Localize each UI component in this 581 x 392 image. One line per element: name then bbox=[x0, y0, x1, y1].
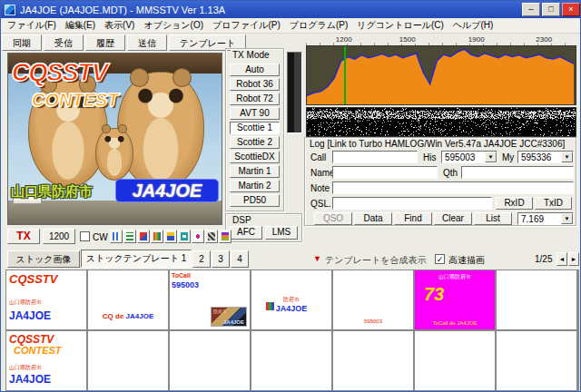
menu-rig-control[interactable]: リグコントロール(C) bbox=[352, 18, 448, 33]
mode-avt90-button[interactable]: AVT 90 bbox=[230, 107, 280, 120]
thumb6-73: 73 bbox=[424, 284, 444, 305]
tx-tool-1-icon[interactable] bbox=[110, 230, 123, 243]
thumb-cell-4[interactable]: 防府市 JA4JOE bbox=[251, 270, 332, 330]
thumb3-tocall: ToCall bbox=[172, 272, 191, 279]
close-button[interactable]: × bbox=[562, 3, 580, 16]
menu-program[interactable]: プログラム(P) bbox=[285, 18, 353, 33]
mode-scottie1-button[interactable]: Scottie 1 bbox=[230, 122, 280, 134]
thumb4-city: 防府市 bbox=[251, 296, 331, 304]
thumb-cell-7[interactable] bbox=[496, 270, 577, 330]
maximize-button[interactable]: □ bbox=[542, 3, 560, 16]
frequency-value: 7.169 bbox=[521, 214, 544, 224]
thumb-cell-14[interactable] bbox=[496, 330, 577, 391]
mode-auto-button[interactable]: Auto bbox=[230, 64, 280, 76]
his-dropdown-icon[interactable]: ▼ bbox=[485, 152, 497, 162]
cw-label: CW bbox=[93, 232, 108, 242]
thumb-cell-10[interactable] bbox=[169, 330, 251, 391]
rxid-button[interactable]: RxID bbox=[496, 197, 533, 210]
name-input[interactable] bbox=[332, 166, 438, 179]
mode-robot36-button[interactable]: Robot 36 bbox=[230, 78, 280, 91]
thumb5-number: 595003 bbox=[333, 318, 413, 324]
thumb8-city: 山口県防府市 bbox=[9, 364, 42, 372]
find-button[interactable]: Find bbox=[394, 212, 432, 225]
mode-martin1-button[interactable]: Martin 1 bbox=[230, 165, 280, 178]
tx-tool-9-icon[interactable] bbox=[219, 230, 231, 243]
tab-stock-template-4[interactable]: 4 bbox=[231, 250, 249, 268]
minimize-button[interactable]: – bbox=[522, 3, 540, 16]
stock-prev-page-button[interactable]: ◄ bbox=[556, 252, 567, 266]
thumb-cell-13[interactable] bbox=[414, 330, 496, 391]
menu-file[interactable]: ファイル(F) bbox=[3, 18, 61, 33]
mode-scottiedx-button[interactable]: ScottieDX bbox=[230, 151, 280, 163]
tab-stock-template-2[interactable]: 2 bbox=[192, 250, 211, 268]
thumb-cell-11[interactable] bbox=[251, 330, 332, 391]
thumb-cell-3[interactable]: ToCall 595003 防府市 JA4JOE bbox=[169, 270, 251, 330]
tone-1200-button[interactable]: 1200 bbox=[43, 229, 75, 244]
clear-button[interactable]: Clear bbox=[434, 212, 472, 225]
tx-tool-5-icon[interactable] bbox=[164, 230, 177, 243]
note-input[interactable] bbox=[332, 181, 574, 194]
tx-button[interactable]: TX bbox=[7, 229, 40, 244]
frequency-dropdown-icon[interactable]: ▼ bbox=[561, 213, 573, 224]
thumb-cell-6[interactable]: 山口県防府市 73 ToCall de JA4JOE bbox=[414, 270, 496, 330]
menu-edit[interactable]: 編集(E) bbox=[61, 18, 100, 33]
tx-image-preview[interactable]: CQSSTV CONTEST 山口県防府市 JA4JOE bbox=[7, 53, 222, 225]
my-dropdown-icon[interactable]: ▼ bbox=[561, 152, 573, 162]
stock-page-indicator: 1/25 bbox=[535, 254, 552, 264]
template-overlay-label[interactable]: テンプレートを合成表示 bbox=[325, 254, 426, 267]
list-button[interactable]: List bbox=[474, 212, 512, 225]
thumb-cell-5[interactable]: 595003 bbox=[332, 270, 414, 330]
menu-option[interactable]: オプション(O) bbox=[139, 18, 208, 33]
tx-tool-3-icon[interactable] bbox=[137, 230, 150, 243]
title-bar[interactable]: JA4JOE (JA4JOE.MDT) - MMSSTV Ver 1.13A –… bbox=[1, 1, 581, 18]
tx-tool-7-icon[interactable] bbox=[192, 230, 204, 243]
menu-profile[interactable]: プロファイル(P) bbox=[208, 18, 285, 33]
thumb-cell-8[interactable]: CQSSTV CONTEST 山口県防府市 JA4JOE bbox=[5, 330, 87, 391]
menu-help[interactable]: ヘルプ(H) bbox=[448, 18, 498, 33]
tx-tool-4-icon[interactable] bbox=[151, 230, 163, 243]
mmsstv-window: JA4JOE (JA4JOE.MDT) - MMSSTV Ver 1.13A –… bbox=[0, 0, 581, 392]
log-title: Log [Link to Turbo HAMLOG/Win Ver5.47a J… bbox=[308, 139, 566, 149]
tab-sync[interactable]: 同期 bbox=[2, 34, 42, 51]
frequency-combo[interactable]: 7.169 ▼ bbox=[517, 212, 574, 225]
tx-tool-6-icon[interactable] bbox=[178, 230, 191, 243]
thumb6-bottom: ToCall de JA4JOE bbox=[415, 320, 495, 326]
mode-pd50-button[interactable]: PD50 bbox=[230, 194, 280, 207]
tab-rx[interactable]: 受信 bbox=[44, 34, 84, 51]
fast-draw-checkbox[interactable]: ✓ bbox=[435, 254, 445, 264]
thumb-cell-1[interactable]: CQSSTV 山口県防府市 JA4JOE bbox=[5, 270, 87, 330]
my-number-combo[interactable]: 595336 ▼ bbox=[517, 151, 574, 163]
tx-tool-2-icon[interactable] bbox=[123, 230, 136, 243]
tab-history[interactable]: 履歴 bbox=[85, 34, 125, 51]
thumb-cell-9[interactable] bbox=[87, 330, 169, 391]
call-input[interactable] bbox=[332, 151, 418, 163]
menu-view[interactable]: 表示(V) bbox=[100, 18, 139, 33]
txid-button[interactable]: TxID bbox=[535, 197, 572, 210]
mode-robot72-button[interactable]: Robot 72 bbox=[230, 93, 280, 105]
tab-stock-template-1[interactable]: ストックテンプレート 1 bbox=[81, 250, 192, 268]
qso-button[interactable]: QSO bbox=[314, 212, 352, 225]
qth-input[interactable] bbox=[461, 166, 574, 179]
template-overlay-marker-icon[interactable]: ▼ bbox=[313, 254, 321, 263]
qsl-input[interactable] bbox=[332, 197, 492, 210]
cw-checkbox[interactable] bbox=[80, 231, 90, 241]
tx-tool-8-icon[interactable] bbox=[205, 230, 218, 243]
tab-stock-template-3[interactable]: 3 bbox=[212, 250, 230, 268]
mode-martin2-button[interactable]: Martin 2 bbox=[230, 180, 280, 192]
photo-tanuki-right bbox=[117, 72, 204, 190]
his-number-combo[interactable]: 595003 ▼ bbox=[441, 151, 497, 163]
thumb1-city: 山口県防府市 bbox=[9, 299, 42, 307]
freq-label-1200: 1200 bbox=[335, 35, 353, 44]
tab-tx[interactable]: 送信 bbox=[127, 34, 167, 51]
mode-scottie2-button[interactable]: Scottie 2 bbox=[230, 136, 280, 149]
data-button[interactable]: Data bbox=[354, 212, 392, 225]
thumb-cell-2[interactable]: CQ de JA4JOE bbox=[87, 270, 169, 330]
tab-stock-images[interactable]: ストック画像 bbox=[7, 250, 80, 268]
lms-button[interactable]: LMS bbox=[265, 226, 298, 240]
qsl-label: QSL. bbox=[310, 199, 331, 209]
spectrum-display[interactable] bbox=[306, 45, 576, 105]
waterfall-display[interactable] bbox=[306, 107, 576, 137]
afc-button[interactable]: AFC bbox=[230, 226, 262, 240]
stock-next-page-button[interactable]: ► bbox=[568, 252, 579, 266]
thumb-cell-12[interactable] bbox=[332, 330, 414, 391]
